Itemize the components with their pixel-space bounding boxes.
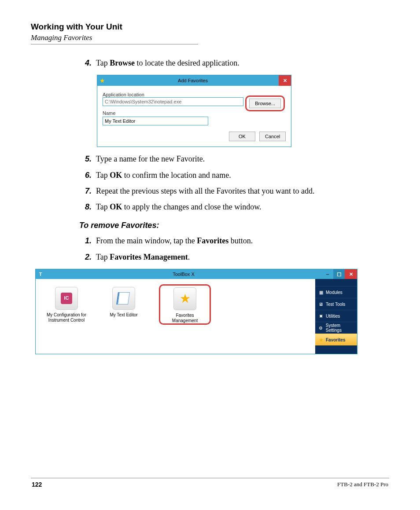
close-button[interactable]: ✕ xyxy=(345,269,357,279)
tile-favorites-management[interactable]: ★ Favorites Management xyxy=(163,287,207,323)
step-text: Repeat the previous steps with all the F… xyxy=(96,186,389,196)
step-number: 7. xyxy=(79,186,96,196)
toolbox-window: T ToolBox X – ◻ ✕ IC My Configuration fo… xyxy=(35,269,357,354)
utilities-icon: ✖ xyxy=(318,314,324,319)
tile-label: My Text Editor xyxy=(102,312,146,318)
settings-icon: ⚙ xyxy=(318,326,324,330)
toolbox-main-area: IC My Configuration for Instrument Contr… xyxy=(36,279,315,354)
name-label: Name xyxy=(103,110,286,116)
config-icon: IC xyxy=(55,287,78,310)
page-footer: 122 FTB-2 and FTB-2 Pro xyxy=(31,478,389,488)
tile-label: My Configuration for Instrument Control xyxy=(44,312,88,323)
step-number: 6. xyxy=(79,170,96,180)
modules-icon: ▦ xyxy=(318,290,324,295)
remove-favorites-heading: To remove Favorites: xyxy=(79,221,389,230)
step-number: 5. xyxy=(79,154,96,164)
sidebar-item-modules[interactable]: ▦Modules xyxy=(315,286,357,298)
section-title: Managing Favorites xyxy=(31,33,389,42)
dialog-titlebar: ★ Add Favorites ✕ xyxy=(97,75,291,86)
tile-my-text-editor[interactable]: My Text Editor xyxy=(102,287,146,318)
toolbox-titlebar: T ToolBox X – ◻ ✕ xyxy=(36,269,357,279)
step-7: 7. Repeat the previous steps with all th… xyxy=(79,186,389,196)
step-number: 1. xyxy=(79,235,96,246)
notepad-icon xyxy=(112,287,135,310)
step-text: Tap OK to confirm the location and name. xyxy=(96,170,389,180)
step-number: 2. xyxy=(79,252,96,262)
step-remove-1: 1. From the main window, tap the Favorit… xyxy=(79,235,389,246)
favorites-management-highlight: ★ Favorites Management xyxy=(159,284,211,325)
sidebar-item-favorites[interactable]: ★Favorites xyxy=(315,334,357,345)
footer-rule xyxy=(31,478,389,478)
star-icon: ★ xyxy=(173,287,196,310)
step-number: 4. xyxy=(79,58,96,68)
tile-label: Favorites Management xyxy=(163,313,207,323)
step-text: Tap Favorites Management. xyxy=(96,252,389,262)
toolbox-sidebar: ▦Modules 🖥Test Tools ✖Utilities ⚙System … xyxy=(315,279,357,354)
product-name: FTB-2 and FTB-2 Pro xyxy=(337,481,388,488)
step-text: Tap OK to apply the changes and close th… xyxy=(96,202,389,212)
step-number: 8. xyxy=(79,202,96,212)
header-rule xyxy=(31,44,198,44)
toolbox-title: ToolBox X xyxy=(45,272,322,277)
star-icon: ★ xyxy=(97,77,107,84)
cancel-button[interactable]: Cancel xyxy=(259,132,286,141)
tile-my-configuration[interactable]: IC My Configuration for Instrument Contr… xyxy=(44,287,88,323)
toolbox-logo-icon: T xyxy=(36,272,45,277)
chapter-title: Working with Your Unit xyxy=(31,22,389,32)
step-4: 4. Tap Browse to locate the desired appl… xyxy=(79,58,389,68)
app-location-input[interactable] xyxy=(103,97,243,106)
sidebar-item-test-tools[interactable]: 🖥Test Tools xyxy=(315,298,357,310)
step-6: 6. Tap OK to confirm the location and na… xyxy=(79,170,389,180)
step-text: From the main window, tap the Favorites … xyxy=(96,235,389,246)
minimize-button[interactable]: – xyxy=(322,269,333,279)
test-tools-icon: 🖥 xyxy=(318,302,324,307)
star-icon: ★ xyxy=(318,338,324,342)
name-input[interactable] xyxy=(103,117,208,125)
page-number: 122 xyxy=(32,481,42,488)
browse-button[interactable]: Browse... xyxy=(249,99,281,108)
step-8: 8. Tap OK to apply the changes and close… xyxy=(79,202,389,212)
step-text: Type a name for the new Favorite. xyxy=(96,154,389,164)
step-5: 5. Type a name for the new Favorite. xyxy=(79,154,389,164)
ok-button[interactable]: OK xyxy=(229,132,255,141)
dialog-title: Add Favorites xyxy=(107,78,279,83)
step-text: Tap Browse to locate the desired applica… xyxy=(96,58,389,68)
step-remove-2: 2. Tap Favorites Management. xyxy=(79,252,389,262)
sidebar-item-system-settings[interactable]: ⚙System Settings xyxy=(315,322,357,334)
add-favorites-dialog: ★ Add Favorites ✕ Application location B… xyxy=(97,75,291,147)
close-button[interactable]: ✕ xyxy=(279,75,291,86)
browse-highlight: Browse... xyxy=(245,95,285,111)
maximize-button[interactable]: ◻ xyxy=(333,269,345,279)
sidebar-item-utilities[interactable]: ✖Utilities xyxy=(315,310,357,322)
